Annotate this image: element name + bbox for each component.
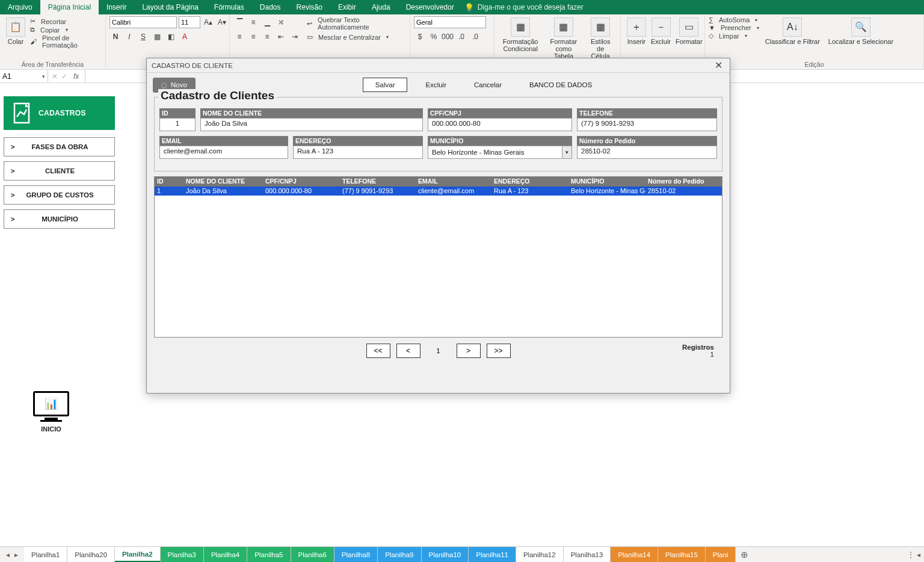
merge-center-button[interactable]: ▭ Mesclar e Centralizar ▾ (307, 33, 406, 41)
sheet-tab[interactable]: Planilha2 (115, 547, 161, 562)
italic-button[interactable]: I (123, 31, 135, 43)
inc-decimal-icon[interactable]: .0 (455, 31, 467, 43)
cells-insert-button[interactable]: ＋Inserir (624, 16, 648, 46)
email-field[interactable]: cliente@email.com (159, 146, 288, 159)
format-painter-button[interactable]: 🖌 Pincel de Formatação (30, 34, 102, 49)
cell-styles-button[interactable]: ▦Estilos de Célula (584, 16, 617, 61)
wrap-text-button[interactable]: ↩ Quebrar Texto Automaticamente (307, 16, 406, 31)
font-size-select[interactable] (179, 16, 200, 28)
tab-nav-next-icon[interactable]: ▸ (14, 551, 18, 559)
sidebar-item-cliente[interactable]: >CLIENTE (4, 161, 115, 181)
add-sheet-button[interactable]: ⊕ (736, 547, 753, 562)
sheet-tab[interactable]: Planilha6 (291, 547, 334, 562)
tab-desenvolvedor[interactable]: Desenvolvedor (398, 0, 462, 14)
sheet-tab[interactable]: Planilha20 (67, 547, 115, 562)
sheet-tab[interactable]: Planilha3 (161, 547, 204, 562)
municipio-select[interactable]: Belo Horizonte - Minas Gerais ▾ (428, 146, 572, 159)
decrease-font-icon[interactable]: A▾ (216, 16, 228, 28)
cells-format-button[interactable]: ▭Formatar (673, 16, 705, 46)
cancelar-button[interactable]: Cancelar (464, 78, 511, 91)
close-icon[interactable]: ✕ (712, 60, 725, 71)
inicio-button[interactable]: 📊 INICIO (33, 391, 69, 433)
autosum-button[interactable]: ∑ AutoSoma ▾ (709, 16, 759, 23)
bold-button[interactable]: N (109, 31, 122, 43)
nome-field[interactable]: João Da Silva (200, 118, 423, 131)
id-field[interactable]: 1 (159, 118, 196, 131)
sheet-tab[interactable]: Planilha10 (422, 547, 469, 562)
sheet-tab[interactable]: Planilha4 (204, 547, 247, 562)
dec-decimal-icon[interactable]: .0 (469, 31, 481, 43)
sidebar-item-municipio[interactable]: >MUNICÍPIO (4, 209, 115, 229)
tab-formulas[interactable]: Fórmulas (206, 0, 252, 14)
name-box[interactable]: A1▾ (0, 70, 48, 82)
find-select-button[interactable]: 🔍Localizar e Selecionar (826, 16, 896, 46)
percent-icon[interactable]: % (428, 31, 440, 43)
paste-button[interactable]: 📋 Colar (4, 16, 28, 46)
next-page-button[interactable]: > (457, 344, 481, 358)
excluir-button[interactable]: Excluir (416, 78, 456, 91)
tab-arquivo[interactable]: Arquivo (0, 0, 40, 14)
align-middle-icon[interactable]: ≡ (247, 16, 259, 28)
thousands-icon[interactable]: 000 (442, 31, 454, 43)
tab-ajuda[interactable]: Ajuda (364, 0, 398, 14)
sheet-tab[interactable]: Planilha14 (611, 547, 658, 562)
orientation-icon[interactable]: ⤭ (275, 16, 287, 28)
sheet-tab[interactable]: Plani (706, 547, 736, 562)
currency-icon[interactable]: $ (414, 31, 426, 43)
sidebar-item-fases-da-obra[interactable]: >FASES DA OBRA (4, 137, 115, 156)
tab-exibir[interactable]: Exibir (330, 0, 364, 14)
fx-icon[interactable]: fx (71, 72, 81, 81)
clear-button[interactable]: ◇ Limpar ▾ (709, 32, 759, 40)
endereco-field[interactable]: Rua A - 123 (293, 146, 423, 159)
cut-button[interactable]: ✂ Recortar (30, 17, 102, 25)
indent-dec-icon[interactable]: ⇤ (275, 31, 287, 43)
align-top-icon[interactable]: ▔ (233, 16, 245, 28)
tell-me-search[interactable]: 💡 Diga-me o que você deseja fazer (464, 0, 584, 14)
last-page-button[interactable]: >> (487, 344, 511, 358)
indent-inc-icon[interactable]: ⇥ (289, 31, 301, 43)
increase-font-icon[interactable]: A▴ (202, 16, 214, 28)
sheet-tab[interactable]: Planilha9 (378, 547, 421, 562)
sheet-tab[interactable]: Planilha15 (658, 547, 706, 562)
sheet-tab[interactable]: Planilha12 (516, 547, 564, 562)
fill-color-button[interactable]: ◧ (165, 31, 177, 43)
prev-page-button[interactable]: < (396, 344, 420, 358)
sidebar-item-grupo-de-custos[interactable]: >GRUPO DE CUSTOS (4, 185, 115, 205)
underline-button[interactable]: S (137, 31, 149, 43)
cpf-field[interactable]: 000.000.000-80 (428, 118, 572, 131)
sheet-tab[interactable]: Planilha1 (24, 547, 67, 562)
sheet-tab[interactable]: Planilha13 (564, 547, 611, 562)
tab-nav-prev-icon[interactable]: ◂ (6, 551, 10, 559)
tab-layout[interactable]: Layout da Página (134, 0, 206, 14)
align-left-icon[interactable]: ≡ (233, 31, 245, 43)
cells-delete-button[interactable]: －Excluir (648, 16, 673, 46)
sort-filter-button[interactable]: A↓Classificar e Filtrar (763, 16, 822, 46)
sheet-tab[interactable]: Planilha11 (469, 547, 516, 562)
number-format-select[interactable] (414, 16, 486, 28)
cancel-formula-icon[interactable]: ✕ (52, 72, 58, 81)
font-color-button[interactable]: A (179, 31, 191, 43)
grid-row[interactable]: 1 João Da Silva 000.000.000-80 (77) 9 90… (155, 187, 722, 196)
align-center-icon[interactable]: ≡ (247, 31, 259, 43)
tab-dados[interactable]: Dados (252, 0, 289, 14)
copy-button[interactable]: ⧉ Copiar ▾ (30, 26, 102, 34)
conditional-formatting-button[interactable]: ▦Formatação Condicional (498, 16, 543, 54)
tab-revisao[interactable]: Revisão (289, 0, 330, 14)
font-name-select[interactable] (109, 16, 177, 28)
tab-inserir[interactable]: Inserir (99, 0, 134, 14)
fill-button[interactable]: ▼ Preencher ▾ (709, 24, 759, 31)
pedido-field[interactable]: 28510-02 (577, 146, 717, 159)
banco-de-dados-button[interactable]: BANCO DE DADOS (520, 78, 602, 91)
telefone-field[interactable]: (77) 9 9091-9293 (577, 118, 717, 131)
first-page-button[interactable]: << (366, 344, 390, 358)
salvar-button[interactable]: Salvar (363, 78, 408, 92)
align-bottom-icon[interactable]: ▁ (261, 16, 273, 28)
accept-formula-icon[interactable]: ✓ (61, 72, 67, 81)
align-right-icon[interactable]: ≡ (261, 31, 273, 43)
tab-scroll-left-icon[interactable]: ◂ (917, 551, 920, 559)
border-button[interactable]: ▦ (151, 31, 163, 43)
format-as-table-button[interactable]: ▦Formatar como Tabela (543, 16, 584, 61)
sheet-tab[interactable]: Planilha5 (247, 547, 291, 562)
sheet-tab[interactable]: Planilha8 (334, 547, 378, 562)
tab-pagina-inicial[interactable]: Página Inicial (40, 0, 99, 14)
